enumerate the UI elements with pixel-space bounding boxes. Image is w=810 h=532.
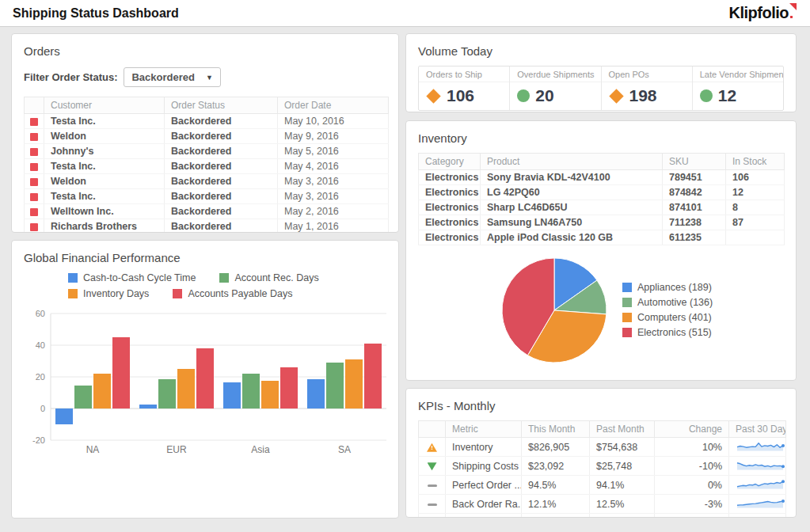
neutral-dash-icon xyxy=(428,484,437,487)
sparkline-chart xyxy=(736,440,785,452)
legend-item: Electronics (515) xyxy=(622,327,713,338)
kpis-monthly-panel: KPIs - Monthly Metric This Month Past Mo… xyxy=(405,388,797,518)
order-customer: Welltown Inc. xyxy=(44,204,165,219)
order-date: May 5, 2016 xyxy=(278,144,389,159)
order-status: Backordered xyxy=(165,174,278,189)
x-axis-label: EUR xyxy=(166,444,187,455)
inventory-product: Apple iPod Classic 120 GB xyxy=(481,230,663,245)
orders-table-body: Testa Inc.BackorderedMay 10, 2016WeldonB… xyxy=(25,114,389,234)
kpi-sparkline-cell xyxy=(729,457,786,476)
backordered-square-icon xyxy=(30,148,38,156)
stat-label: Open POs xyxy=(602,66,692,82)
kpi-metric: Inventory xyxy=(446,438,522,457)
bar-NA-2 xyxy=(74,386,92,408)
bar-SA-1 xyxy=(307,379,325,408)
legend-swatch-icon xyxy=(622,283,632,292)
stat-value: 106 xyxy=(447,86,474,105)
order-row: WeldonBackorderedMay 3, 2016 xyxy=(25,174,389,189)
bar-EUR-2 xyxy=(158,379,176,408)
legend-swatch-icon xyxy=(622,313,632,322)
stat-label: Orders to Ship xyxy=(419,66,509,82)
kpis-col-icon xyxy=(419,421,446,438)
inventory-row: ElectronicsLG 42PQ6087484212 xyxy=(419,185,785,200)
kpi-change: -10% xyxy=(655,457,729,476)
inventory-product: LG 42PQ60 xyxy=(481,185,663,200)
bar-SA-3 xyxy=(345,359,363,408)
order-customer: Johnny's xyxy=(44,144,165,159)
order-status-icon-cell xyxy=(25,219,44,234)
order-date: May 10, 2016 xyxy=(278,114,389,129)
stat-value: 20 xyxy=(535,86,553,105)
kpi-metric: Back Order Ra... xyxy=(446,495,522,514)
logo-dot-icon xyxy=(790,16,793,18)
backordered-square-icon xyxy=(30,178,38,186)
inventory-sku: 789451 xyxy=(663,170,726,185)
orders-col-date: Order Date xyxy=(278,97,389,114)
inventory-sku: 874842 xyxy=(663,185,726,200)
kpi-metric: Warehouse Ca... xyxy=(446,514,522,519)
kpi-this-month: 94.5% xyxy=(522,476,590,495)
order-status: Backordered xyxy=(165,114,278,129)
chevron-down-icon: ▼ xyxy=(206,74,213,82)
legend-label: Cash-to-Cash Cycle Time xyxy=(83,272,196,283)
kpis-col-metric: Metric xyxy=(446,421,522,438)
inventory-panel: Inventory Category Product SKU In Stock … xyxy=(405,120,797,381)
order-status-icon-cell xyxy=(25,144,44,159)
volume-today-panel: Volume Today Orders to Ship106Overdue Sh… xyxy=(405,33,797,112)
orders-col-icon xyxy=(25,97,44,114)
inventory-table: Category Product SKU In Stock Electronic… xyxy=(418,153,785,245)
inventory-category: Electronics xyxy=(419,230,481,245)
kpis-col-past-month: Past Month xyxy=(590,421,655,438)
legend-item: Inventory Days xyxy=(68,288,149,299)
kpi-past-month: 12.5% xyxy=(590,495,655,514)
kpi-icon-cell: ! xyxy=(419,438,446,457)
down-arrow-icon xyxy=(428,462,437,470)
order-status-dropdown[interactable]: Backordered ▼ xyxy=(124,67,220,87)
order-status: Backordered xyxy=(165,189,278,204)
inventory-product: Sony Bravia KDL-42V4100 xyxy=(481,170,663,185)
legend-label: Accounts Payable Days xyxy=(188,288,292,299)
kpi-past-month: 95.4% xyxy=(590,514,655,519)
legend-item: Automotive (136) xyxy=(622,297,713,308)
volume-stat-grid: Orders to Ship106Overdue Shipments20Open… xyxy=(418,66,784,111)
backordered-square-icon xyxy=(30,133,38,141)
sparkline-chart xyxy=(736,478,785,490)
backordered-square-icon xyxy=(30,208,38,216)
circle-status-icon xyxy=(517,89,530,102)
inventory-stock: 12 xyxy=(726,185,785,200)
bar-NA-1 xyxy=(55,408,73,424)
x-axis-label: SA xyxy=(338,444,351,455)
order-status: Backordered xyxy=(165,159,278,174)
bar-EUR-1 xyxy=(139,405,157,408)
kpi-change: -3% xyxy=(655,495,729,514)
kpi-sparkline-cell xyxy=(729,476,786,495)
inventory-table-body: ElectronicsSony Bravia KDL-42V4100789451… xyxy=(419,170,785,245)
order-date: May 1, 2016 xyxy=(278,219,389,234)
page-title: Shipping Status Dashboard xyxy=(13,0,179,27)
orders-col-customer: Customer xyxy=(44,97,165,114)
order-date: May 3, 2016 xyxy=(278,189,389,204)
order-status-icon-cell xyxy=(25,159,44,174)
legend-label: Automotive (136) xyxy=(637,297,713,308)
orders-table: Customer Order Status Order Date Testa I… xyxy=(24,97,389,233)
kpi-this-month: 98.0% xyxy=(522,514,590,519)
svg-text:60: 60 xyxy=(36,309,45,318)
kpi-change: 10% xyxy=(655,438,729,457)
legend-item: Cash-to-Cash Cycle Time xyxy=(68,272,196,283)
kpis-table: Metric This Month Past Month Change Past… xyxy=(418,420,786,518)
inventory-category: Electronics xyxy=(419,185,481,200)
circle-status-icon xyxy=(700,89,713,102)
backordered-square-icon xyxy=(30,193,38,201)
kpi-icon-cell xyxy=(419,495,446,514)
order-date: May 2, 2016 xyxy=(278,204,389,219)
order-status: Backordered xyxy=(165,204,278,219)
svg-text:40: 40 xyxy=(36,340,45,350)
grouped-bar-chart: 6040200-20NAEURAsiaSA xyxy=(24,304,388,462)
order-date: May 9, 2016 xyxy=(278,129,389,144)
bar-SA-4 xyxy=(364,344,382,408)
svg-text:20: 20 xyxy=(36,372,45,382)
order-customer: Weldon xyxy=(44,174,165,189)
legend-item: Appliances (189) xyxy=(622,282,713,293)
bar-SA-2 xyxy=(326,363,344,408)
kpi-metric: Perfect Order ... xyxy=(446,476,522,495)
